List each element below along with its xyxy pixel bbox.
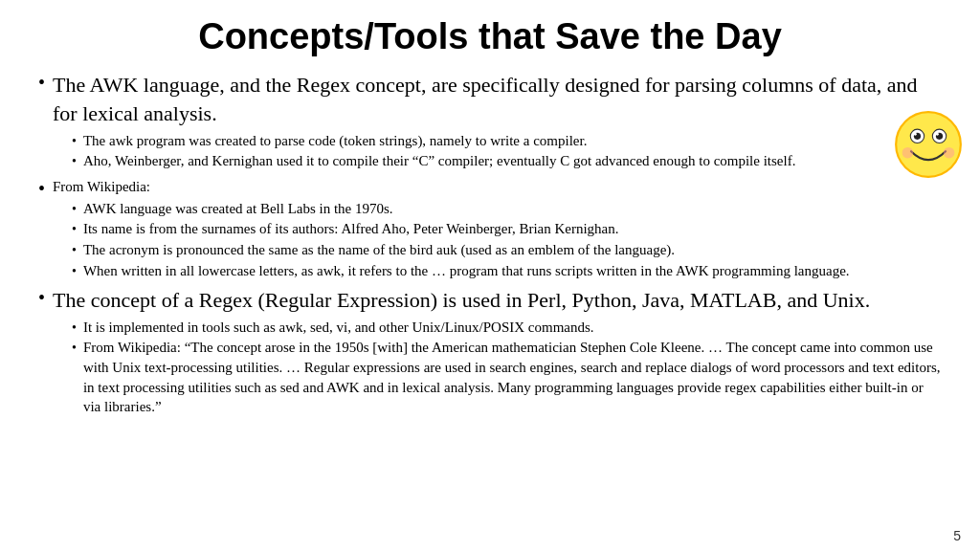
svg-point-0 [896, 112, 961, 177]
list-item: • The concept of a Regex (Regular Expres… [38, 286, 942, 418]
awk-sub2: Aho, Weinberger, and Kernighan used it t… [83, 151, 942, 171]
svg-point-5 [914, 133, 917, 136]
bullet-icon: • [72, 339, 77, 357]
awk-sub1: The awk program was created to parse cod… [83, 131, 942, 151]
slide-title: Concepts/Tools that Save the Day [38, 17, 942, 57]
section-regex-content: The concept of a Regex (Regular Expressi… [53, 286, 942, 418]
svg-point-8 [944, 147, 955, 159]
bullet-icon: • [38, 285, 45, 312]
list-item: • From Wikipedia: • AWK language was cre… [38, 177, 942, 281]
bullet-icon: • [72, 132, 77, 150]
list-item: • From Wikipedia: “The concept arose in … [72, 338, 942, 417]
list-item: • It is implemented in tools such as awk… [72, 318, 942, 338]
section-awk-content: The AWK language, and the Regex concept,… [53, 71, 942, 172]
list-item: • The acronym is pronounced the same as … [72, 240, 942, 260]
regex-sub2: From Wikipedia: “The concept arose in th… [83, 338, 942, 417]
wiki-sub2: Its name is from the surnames of its aut… [83, 219, 942, 239]
bullet-icon: • [72, 241, 77, 259]
list-item: • Its name is from the surnames of its a… [72, 219, 942, 239]
slide: Concepts/Tools that Save the Day • [0, 0, 980, 551]
svg-point-7 [902, 147, 914, 159]
section-wiki-text: From Wikipedia: [53, 179, 150, 194]
list-item: • The AWK language, and the Regex concep… [38, 71, 942, 172]
bullet-icon: • [38, 70, 45, 97]
wiki-sub1: AWK language was created at Bell Labs in… [83, 199, 942, 219]
bullet-icon: • [38, 176, 45, 203]
wiki-sublist: • AWK language was created at Bell Labs … [53, 199, 942, 281]
smiley-icon [894, 110, 963, 179]
bullet-icon: • [72, 220, 77, 238]
bullet-icon: • [72, 152, 77, 170]
regex-sub1: It is implemented in tools such as awk, … [83, 318, 942, 338]
regex-sublist: • It is implemented in tools such as awk… [53, 318, 942, 417]
main-list: • The AWK language, and the Regex concep… [38, 71, 942, 418]
page-number: 5 [953, 528, 961, 543]
section-wiki-content: From Wikipedia: • AWK language was creat… [53, 177, 942, 281]
bullet-icon: • [72, 200, 77, 218]
awk-sublist: • The awk program was created to parse c… [53, 131, 942, 171]
bullet-icon: • [72, 319, 77, 337]
wiki-sub4: When written in all lowercase letters, a… [83, 261, 942, 281]
list-item: • AWK language was created at Bell Labs … [72, 199, 942, 219]
slide-content: • The AWK language, and the Regex concep… [38, 71, 942, 418]
wiki-sub3: The acronym is pronounced the same as th… [83, 240, 942, 260]
bullet-icon: • [72, 262, 77, 280]
svg-point-6 [936, 133, 939, 136]
section-awk-text: The AWK language, and the Regex concept,… [53, 73, 918, 125]
list-item: • Aho, Weinberger, and Kernighan used it… [72, 151, 942, 171]
section-regex-text: The concept of a Regex (Regular Expressi… [53, 288, 870, 312]
list-item: • The awk program was created to parse c… [72, 131, 942, 151]
list-item: • When written in all lowercase letters,… [72, 261, 942, 281]
